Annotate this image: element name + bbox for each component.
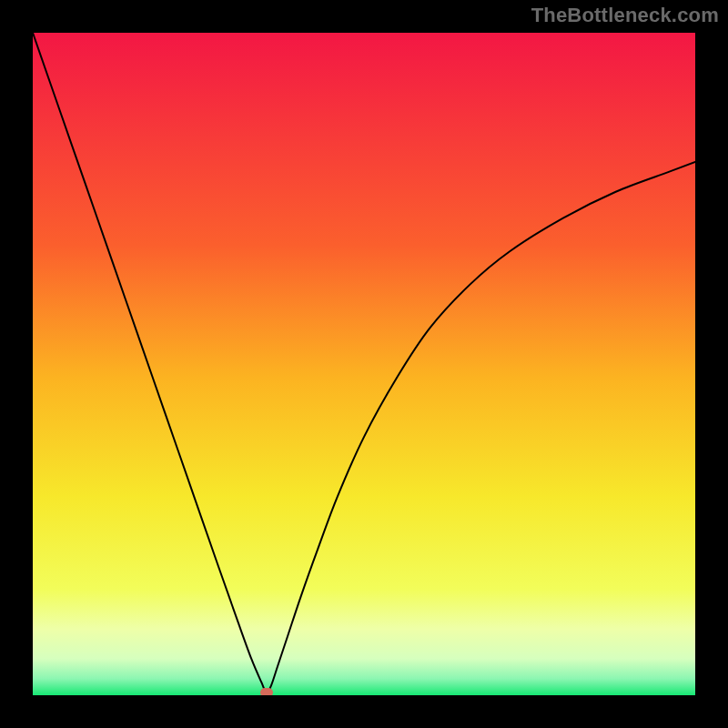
- optimal-point-marker: [260, 688, 273, 695]
- chart-frame: TheBottleneck.com: [0, 0, 728, 728]
- plot-area: [33, 33, 695, 695]
- bottleneck-curve: [33, 33, 695, 695]
- watermark-text: TheBottleneck.com: [531, 4, 719, 27]
